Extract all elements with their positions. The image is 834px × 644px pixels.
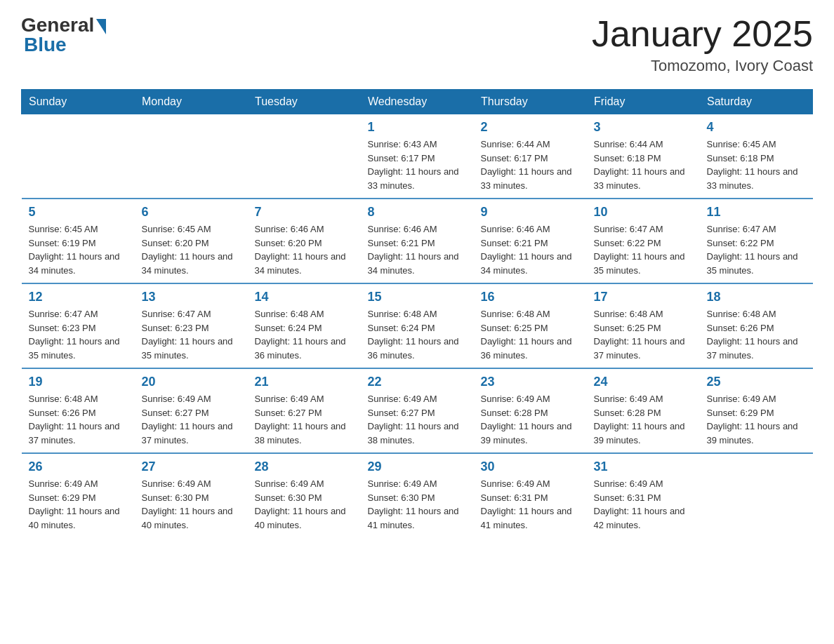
day-number: 20 — [142, 375, 241, 389]
day-info: Sunrise: 6:49 AMSunset: 6:27 PMDaylight:… — [255, 392, 354, 447]
header-day-saturday: Saturday — [700, 90, 813, 114]
day-info: Sunrise: 6:48 AMSunset: 6:24 PMDaylight:… — [368, 307, 467, 362]
day-info: Sunrise: 6:45 AMSunset: 6:18 PMDaylight:… — [707, 137, 806, 192]
calendar-week-row: 19Sunrise: 6:48 AMSunset: 6:26 PMDayligh… — [22, 368, 813, 453]
calendar-cell: 30Sunrise: 6:49 AMSunset: 6:31 PMDayligh… — [474, 453, 587, 537]
calendar-cell: 7Sunrise: 6:46 AMSunset: 6:20 PMDaylight… — [248, 199, 361, 283]
day-number: 6 — [142, 205, 241, 220]
day-number: 3 — [594, 120, 693, 135]
day-number: 22 — [368, 375, 467, 389]
calendar-cell: 20Sunrise: 6:49 AMSunset: 6:27 PMDayligh… — [135, 368, 248, 453]
calendar-cell: 28Sunrise: 6:49 AMSunset: 6:30 PMDayligh… — [248, 453, 361, 537]
day-info: Sunrise: 6:49 AMSunset: 6:29 PMDaylight:… — [707, 392, 806, 447]
calendar-cell: 12Sunrise: 6:47 AMSunset: 6:23 PMDayligh… — [22, 283, 135, 368]
day-info: Sunrise: 6:44 AMSunset: 6:17 PMDaylight:… — [481, 137, 580, 192]
day-number: 15 — [368, 290, 467, 304]
day-info: Sunrise: 6:48 AMSunset: 6:25 PMDaylight:… — [481, 307, 580, 362]
day-info: Sunrise: 6:47 AMSunset: 6:23 PMDaylight:… — [29, 307, 128, 362]
day-info: Sunrise: 6:49 AMSunset: 6:28 PMDaylight:… — [481, 392, 580, 447]
header-day-sunday: Sunday — [22, 90, 135, 114]
day-number: 18 — [707, 290, 806, 304]
calendar-cell: 29Sunrise: 6:49 AMSunset: 6:30 PMDayligh… — [361, 453, 474, 537]
day-info: Sunrise: 6:46 AMSunset: 6:21 PMDaylight:… — [481, 222, 580, 277]
calendar-cell: 26Sunrise: 6:49 AMSunset: 6:29 PMDayligh… — [22, 453, 135, 537]
logo-blue-text: Blue — [21, 34, 67, 56]
day-number: 25 — [707, 375, 806, 389]
calendar-cell — [248, 114, 361, 199]
logo: General Blue — [21, 14, 106, 56]
day-info: Sunrise: 6:48 AMSunset: 6:25 PMDaylight:… — [594, 307, 693, 362]
day-number: 19 — [29, 375, 128, 389]
day-number: 2 — [481, 120, 580, 135]
calendar-table: SundayMondayTuesdayWednesdayThursdayFrid… — [21, 89, 813, 537]
day-number: 26 — [29, 459, 128, 474]
calendar-cell: 25Sunrise: 6:49 AMSunset: 6:29 PMDayligh… — [700, 368, 813, 453]
day-info: Sunrise: 6:45 AMSunset: 6:19 PMDaylight:… — [29, 222, 128, 277]
calendar-cell: 9Sunrise: 6:46 AMSunset: 6:21 PMDaylight… — [474, 199, 587, 283]
day-info: Sunrise: 6:49 AMSunset: 6:31 PMDaylight:… — [481, 477, 580, 532]
calendar-cell: 31Sunrise: 6:49 AMSunset: 6:31 PMDayligh… — [587, 453, 700, 537]
header-day-tuesday: Tuesday — [248, 90, 361, 114]
day-info: Sunrise: 6:49 AMSunset: 6:30 PMDaylight:… — [255, 477, 354, 532]
day-info: Sunrise: 6:49 AMSunset: 6:28 PMDaylight:… — [594, 392, 693, 447]
calendar-week-row: 12Sunrise: 6:47 AMSunset: 6:23 PMDayligh… — [22, 283, 813, 368]
day-info: Sunrise: 6:45 AMSunset: 6:20 PMDaylight:… — [142, 222, 241, 277]
calendar-header-row: SundayMondayTuesdayWednesdayThursdayFrid… — [22, 90, 813, 114]
day-info: Sunrise: 6:47 AMSunset: 6:23 PMDaylight:… — [142, 307, 241, 362]
day-number: 5 — [29, 205, 128, 220]
calendar-cell: 6Sunrise: 6:45 AMSunset: 6:20 PMDaylight… — [135, 199, 248, 283]
calendar-cell — [135, 114, 248, 199]
calendar-cell: 4Sunrise: 6:45 AMSunset: 6:18 PMDaylight… — [700, 114, 813, 199]
day-number: 11 — [707, 205, 806, 220]
day-number: 29 — [368, 459, 467, 474]
title-block: January 2025 Tomozomo, Ivory Coast — [592, 14, 813, 75]
calendar-cell: 17Sunrise: 6:48 AMSunset: 6:25 PMDayligh… — [587, 283, 700, 368]
logo-arrow-icon — [96, 19, 106, 34]
day-info: Sunrise: 6:49 AMSunset: 6:31 PMDaylight:… — [594, 477, 693, 532]
calendar-cell: 16Sunrise: 6:48 AMSunset: 6:25 PMDayligh… — [474, 283, 587, 368]
calendar-cell: 27Sunrise: 6:49 AMSunset: 6:30 PMDayligh… — [135, 453, 248, 537]
day-number: 13 — [142, 290, 241, 304]
location: Tomozomo, Ivory Coast — [592, 57, 813, 75]
day-number: 4 — [707, 120, 806, 135]
day-info: Sunrise: 6:46 AMSunset: 6:20 PMDaylight:… — [255, 222, 354, 277]
day-number: 17 — [594, 290, 693, 304]
calendar-cell: 13Sunrise: 6:47 AMSunset: 6:23 PMDayligh… — [135, 283, 248, 368]
month-title: January 2025 — [592, 14, 813, 54]
calendar-cell: 3Sunrise: 6:44 AMSunset: 6:18 PMDaylight… — [587, 114, 700, 199]
day-info: Sunrise: 6:48 AMSunset: 6:26 PMDaylight:… — [707, 307, 806, 362]
calendar-cell: 24Sunrise: 6:49 AMSunset: 6:28 PMDayligh… — [587, 368, 700, 453]
calendar-week-row: 5Sunrise: 6:45 AMSunset: 6:19 PMDaylight… — [22, 199, 813, 283]
calendar-cell: 14Sunrise: 6:48 AMSunset: 6:24 PMDayligh… — [248, 283, 361, 368]
page-header: General Blue January 2025 Tomozomo, Ivor… — [21, 14, 813, 75]
day-info: Sunrise: 6:49 AMSunset: 6:29 PMDaylight:… — [29, 477, 128, 532]
calendar-week-row: 26Sunrise: 6:49 AMSunset: 6:29 PMDayligh… — [22, 453, 813, 537]
calendar-cell: 2Sunrise: 6:44 AMSunset: 6:17 PMDaylight… — [474, 114, 587, 199]
day-info: Sunrise: 6:48 AMSunset: 6:26 PMDaylight:… — [29, 392, 128, 447]
day-number: 24 — [594, 375, 693, 389]
day-number: 7 — [255, 205, 354, 220]
header-day-wednesday: Wednesday — [361, 90, 474, 114]
header-day-monday: Monday — [135, 90, 248, 114]
day-number: 28 — [255, 459, 354, 474]
calendar-cell: 19Sunrise: 6:48 AMSunset: 6:26 PMDayligh… — [22, 368, 135, 453]
day-number: 21 — [255, 375, 354, 389]
day-info: Sunrise: 6:46 AMSunset: 6:21 PMDaylight:… — [368, 222, 467, 277]
day-number: 30 — [481, 459, 580, 474]
header-day-thursday: Thursday — [474, 90, 587, 114]
day-number: 8 — [368, 205, 467, 220]
day-info: Sunrise: 6:48 AMSunset: 6:24 PMDaylight:… — [255, 307, 354, 362]
day-info: Sunrise: 6:44 AMSunset: 6:18 PMDaylight:… — [594, 137, 693, 192]
day-number: 12 — [29, 290, 128, 304]
day-info: Sunrise: 6:49 AMSunset: 6:30 PMDaylight:… — [142, 477, 241, 532]
calendar-cell: 10Sunrise: 6:47 AMSunset: 6:22 PMDayligh… — [587, 199, 700, 283]
day-number: 23 — [481, 375, 580, 389]
day-number: 27 — [142, 459, 241, 474]
calendar-cell: 18Sunrise: 6:48 AMSunset: 6:26 PMDayligh… — [700, 283, 813, 368]
day-info: Sunrise: 6:43 AMSunset: 6:17 PMDaylight:… — [368, 137, 467, 192]
day-number: 1 — [368, 120, 467, 135]
calendar-cell — [700, 453, 813, 537]
day-number: 31 — [594, 459, 693, 474]
day-number: 9 — [481, 205, 580, 220]
day-info: Sunrise: 6:47 AMSunset: 6:22 PMDaylight:… — [594, 222, 693, 277]
